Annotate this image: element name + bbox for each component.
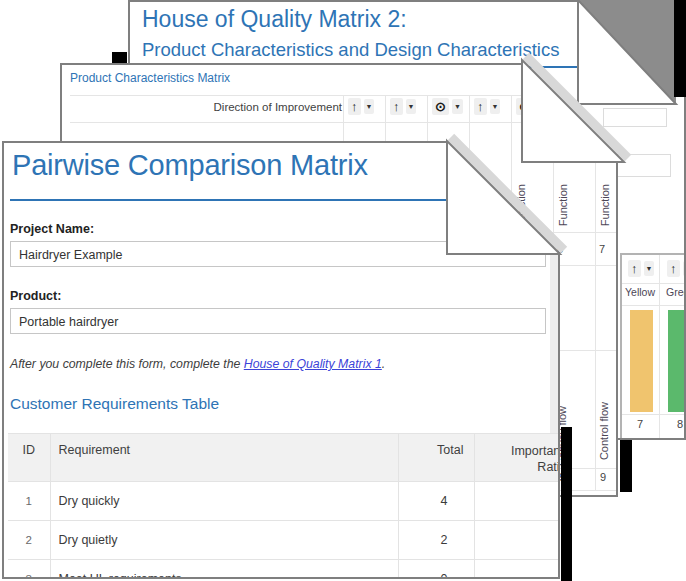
note-text: After you complete this form, complete t… — [10, 357, 244, 371]
direction-dropdown[interactable]: ↑ ▼ — [667, 260, 686, 277]
target-icon: ⊙ — [516, 98, 533, 115]
requirement-cell[interactable]: Dry quietly — [50, 521, 398, 560]
column-header-total: Total — [398, 434, 474, 482]
product-label: Product: — [10, 289, 61, 303]
column-header-requirement: Requirement — [50, 434, 398, 482]
fold-inner-shade — [550, 253, 558, 443]
up-arrow-icon: ↑ — [348, 98, 361, 115]
direction-dropdown[interactable]: ↑ ▼ — [348, 98, 374, 115]
back-page-title: House of Quality Matrix 2: — [142, 6, 407, 33]
target-icon: ⊙ — [432, 98, 449, 115]
column-value: 7 — [622, 418, 658, 430]
page-stack: House of Quality Matrix 2: Product Chara… — [0, 0, 686, 581]
project-name-label: Project Name: — [10, 222, 94, 236]
row-id: 3 — [8, 560, 50, 580]
note-period: . — [382, 357, 385, 371]
row-id: 1 — [8, 482, 50, 521]
up-arrow-icon: ↑ — [628, 260, 641, 277]
title-rule — [10, 199, 448, 201]
chevron-down-icon[interactable]: ▼ — [536, 99, 547, 114]
project-name-input[interactable]: Hairdryer Example — [10, 241, 546, 267]
table-row: 2 Dry quietly 2 — [8, 521, 560, 560]
direction-of-improvement-label: Direction of Improvement — [70, 101, 342, 113]
table-row: 1 Dry quickly 4 — [8, 482, 560, 521]
page-title: Pairwise Comparison Matrix — [12, 149, 368, 182]
column-number: 7 — [599, 243, 605, 255]
importance-cell[interactable] — [474, 560, 560, 580]
total-cell: 2 — [398, 521, 474, 560]
customer-requirements-heading: Customer Requirements Table — [10, 395, 219, 413]
chevron-down-icon[interactable]: ▼ — [406, 99, 417, 114]
back-page-left-shadow-tip — [112, 52, 127, 63]
total-cell: 4 — [398, 482, 474, 521]
characteristic-label: Function — [599, 184, 611, 226]
up-arrow-icon: ↑ — [667, 260, 680, 277]
column-number: 9 — [600, 471, 606, 483]
instruction-note: After you complete this form, complete t… — [10, 357, 385, 371]
bar-yellow — [630, 310, 653, 412]
characteristic-label: Control flow — [598, 402, 610, 460]
requirement-cell[interactable]: Meet UL requirements — [50, 560, 398, 580]
chevron-down-icon[interactable]: ▼ — [683, 261, 686, 276]
front-page-right-shadow — [561, 427, 572, 581]
row-id: 2 — [8, 521, 50, 560]
chevron-down-icon[interactable]: ▼ — [364, 99, 375, 114]
direction-dropdown[interactable]: ⊙ ▼ — [432, 98, 463, 115]
direction-dropdown[interactable]: ↑ ▼ — [474, 98, 500, 115]
chevron-down-icon[interactable]: ▼ — [490, 99, 501, 114]
up-arrow-icon: ↑ — [390, 98, 403, 115]
column-header-importance: Importance Rating — [474, 434, 560, 482]
total-cell: 0 — [398, 560, 474, 580]
chevron-down-icon[interactable]: ▼ — [644, 261, 655, 276]
chevron-down-icon[interactable]: ▼ — [452, 99, 463, 114]
requirement-cell[interactable]: Dry quickly — [50, 482, 398, 521]
back-matrix-fragment: ↑ ▼ ↑ ▼ Yellow Green 7 8 — [620, 253, 686, 440]
table-row: 3 Meet UL requirements 0 — [8, 560, 560, 580]
middle-page-right-shadow — [620, 440, 632, 492]
matrix-heading: Product Characteristics Matrix — [70, 71, 230, 85]
customer-requirements-table: ID Requirement Total Importance Rating 1… — [8, 433, 560, 579]
back-page-subtitle: Product Characteristics and Design Chara… — [142, 39, 559, 61]
table-header-row: ID Requirement Total Importance Rating — [8, 434, 560, 482]
column-label: Yellow — [622, 286, 658, 298]
importance-cell[interactable] — [474, 482, 560, 521]
up-arrow-icon: ↑ — [474, 98, 487, 115]
bar-green — [668, 310, 686, 412]
direction-dropdown[interactable]: ⊙ ▼ — [516, 98, 547, 115]
house-of-quality-matrix-1-link[interactable]: House of Quality Matrix 1 — [244, 357, 382, 371]
back-page-right-shadow — [674, 0, 686, 97]
direction-dropdown[interactable]: ↑ ▼ — [628, 260, 654, 277]
column-header-id: ID — [8, 434, 50, 482]
direction-dropdown[interactable]: ↑ ▼ — [390, 98, 416, 115]
front-page-pairwise-comparison: Pairwise Comparison Matrix Project Name:… — [2, 141, 560, 579]
column-value: 8 — [662, 418, 686, 430]
characteristic-label: Function — [557, 184, 569, 226]
product-input[interactable]: Portable hairdryer — [10, 308, 546, 334]
importance-cell[interactable] — [474, 521, 560, 560]
column-label: Green — [662, 286, 686, 298]
back-project-field-fragment[interactable] — [603, 108, 667, 127]
